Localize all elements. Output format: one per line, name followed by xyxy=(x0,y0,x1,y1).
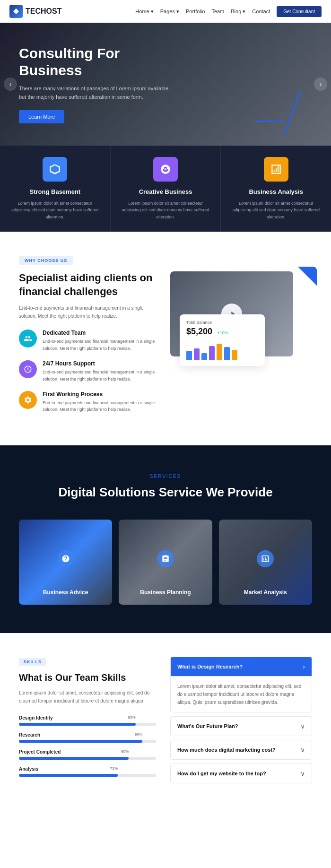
skill-label: Project Completed xyxy=(19,749,156,755)
chart-bar xyxy=(186,351,192,360)
faq-item: How much does digital marketing cost? ∨ xyxy=(170,740,312,760)
why-left-col: Specialist aiding clients on financial c… xyxy=(19,271,156,422)
skill-item: Analysis 72% xyxy=(19,766,156,777)
logo-text: TECHOST xyxy=(26,7,61,16)
card-desc-2: Lorem ipsum dolor sit amet consectetur a… xyxy=(120,200,211,220)
faq-question-0: What is Design Research? xyxy=(177,664,243,669)
feature-process: First Working Process End-to-end payment… xyxy=(19,391,156,413)
dedicated-team-icon xyxy=(19,330,37,347)
nav-home[interactable]: Home ▾ xyxy=(135,9,153,15)
service-card-icon-3 xyxy=(257,550,274,567)
skill-bar: 80% xyxy=(19,757,129,760)
faq-list: What is Design Research? › Lorem ipsum d… xyxy=(170,657,312,783)
faq-answer-0: Lorem ipsum dolor sit amet, consectetur … xyxy=(171,676,312,712)
balance-card: Total Balance $5,200 +10% xyxy=(180,314,265,366)
nav-team[interactable]: Team xyxy=(211,9,224,14)
chart-bar xyxy=(217,344,222,360)
nav-blog[interactable]: Blog ▾ xyxy=(231,9,245,15)
skill-bar-bg: 90% xyxy=(19,740,156,743)
corner-decoration xyxy=(298,267,317,286)
support-icon xyxy=(19,360,37,378)
hero-title: Consulting For Business xyxy=(19,45,180,79)
skill-bar-bg: 80% xyxy=(19,757,156,760)
skill-bar: 85% xyxy=(19,723,136,726)
get-consultant-button[interactable]: Get Consultant xyxy=(277,6,322,17)
feature-desc-3: End-to-end payments and financial manage… xyxy=(43,399,156,413)
card-title-1: Strong Basement xyxy=(9,188,101,195)
skills-layout: SKILLS What is Our Team Skills Lorem ips… xyxy=(19,657,312,787)
feature-desc-2: End-to-end payments and financial manage… xyxy=(43,369,156,382)
why-section: WHY CHOOSE US Specialist aiding clients … xyxy=(0,232,331,445)
skill-item: Project Completed 80% xyxy=(19,749,156,760)
feature-text-2: 24/7 Hours Support End-to-end payments a… xyxy=(43,360,156,382)
basement-icon xyxy=(49,163,61,175)
chart-bar xyxy=(201,353,207,360)
chart-bar xyxy=(194,348,200,360)
service-card-3[interactable]: Market Analysis xyxy=(219,520,312,605)
balance-label: Total Balance xyxy=(186,320,258,325)
balance-row: $5,200 +10% xyxy=(186,327,258,337)
faq-header-3[interactable]: How do I get my website to the top? ∨ xyxy=(171,764,312,783)
feature-text-1: Dedicated Team End-to-end payments and f… xyxy=(43,330,156,352)
why-tag: WHY CHOOSE US xyxy=(19,256,73,265)
skill-bar-bg: 85% xyxy=(19,723,156,726)
skill-bar: 72% xyxy=(19,774,118,777)
hero-arrow-left[interactable]: ‹ xyxy=(4,78,17,91)
services-tag: SERVICES xyxy=(19,474,312,479)
hero-cta-button[interactable]: Learn More xyxy=(19,110,64,123)
skills-tag: SKILLS xyxy=(19,658,46,666)
services-section: SERVICES Digital Solutions Service We Pr… xyxy=(0,445,331,633)
faq-question-3: How do I get my website to the top? xyxy=(177,771,266,776)
navbar: TECHOST Home ▾ Pages ▾ Portfolio Team Bl… xyxy=(0,0,331,23)
logo-icon xyxy=(9,5,23,18)
skill-pct: 80% xyxy=(121,749,129,754)
nav-portfolio[interactable]: Portfolio xyxy=(186,9,205,14)
feature-title-2: 24/7 Hours Support xyxy=(43,360,156,367)
business-analysis-icon-wrap xyxy=(264,157,288,182)
chart-bar xyxy=(209,346,215,360)
service-card-icon-2 xyxy=(157,550,174,567)
service-label-text-3: Market Analysis xyxy=(244,589,287,596)
faq-header-1[interactable]: What's Our Future Plan? ∨ xyxy=(171,717,312,736)
faq-toggle-icon-2: ∨ xyxy=(300,746,305,754)
skill-bar: 90% xyxy=(19,740,142,743)
card-desc-1: Lorem ipsum dolor sit amet consectetur a… xyxy=(9,200,101,220)
balance-amount: $5,200 xyxy=(186,327,212,336)
card-title-2: Creative Business xyxy=(120,188,211,195)
feature-cards-row: Strong Basement Lorem ipsum dolor sit am… xyxy=(0,146,331,232)
faq-question-1: What's Our Future Plan? xyxy=(177,723,238,729)
service-card-1[interactable]: Business Advice xyxy=(19,520,112,605)
process-icon xyxy=(19,391,37,409)
logo[interactable]: TECHOST xyxy=(9,5,61,18)
chart-bar xyxy=(224,347,230,360)
planning-icon xyxy=(161,554,170,563)
analysis-icon xyxy=(270,163,282,175)
skill-item: Design Identity 85% xyxy=(19,715,156,726)
hero-subtitle: There are many variations of passages of… xyxy=(19,85,170,101)
faq-item: What is Design Research? › Lorem ipsum d… xyxy=(170,657,312,712)
right-chevron-icon: › xyxy=(320,80,322,88)
why-layout: Specialist aiding clients on financial c… xyxy=(19,271,312,422)
feature-text-3: First Working Process End-to-end payment… xyxy=(43,391,156,413)
service-label-text-2: Business Planning xyxy=(140,589,191,596)
service-card-label-1: Business Advice xyxy=(19,588,112,596)
faq-item: How do I get my website to the top? ∨ xyxy=(170,764,312,783)
hero-section: ‹ Consulting For Business There are many… xyxy=(0,23,331,146)
service-card-label-2: Business Planning xyxy=(119,588,212,596)
skills-right: What is Design Research? › Lorem ipsum d… xyxy=(170,657,312,787)
service-card-icon-1 xyxy=(57,550,74,567)
team-icon xyxy=(24,334,32,343)
faq-header-0[interactable]: What is Design Research? › xyxy=(171,657,312,676)
skills-desc: Lorem ipsum dolor sit amet, consectetur … xyxy=(19,689,156,705)
nav-contact[interactable]: Contact xyxy=(252,9,270,14)
faq-header-2[interactable]: How much does digital marketing cost? ∨ xyxy=(171,740,312,759)
skill-label: Design Identity xyxy=(19,715,156,720)
creative-icon xyxy=(159,163,172,175)
skills-left: SKILLS What is Our Team Skills Lorem ips… xyxy=(19,657,156,787)
service-card-2[interactable]: Business Planning xyxy=(119,520,212,605)
hero-arrow-right[interactable]: › xyxy=(314,78,327,91)
card-strong-basement: Strong Basement Lorem ipsum dolor sit am… xyxy=(0,146,111,232)
nav-pages[interactable]: Pages ▾ xyxy=(160,9,179,15)
mini-bar-chart xyxy=(186,341,258,360)
skill-pct: 72% xyxy=(110,766,118,771)
